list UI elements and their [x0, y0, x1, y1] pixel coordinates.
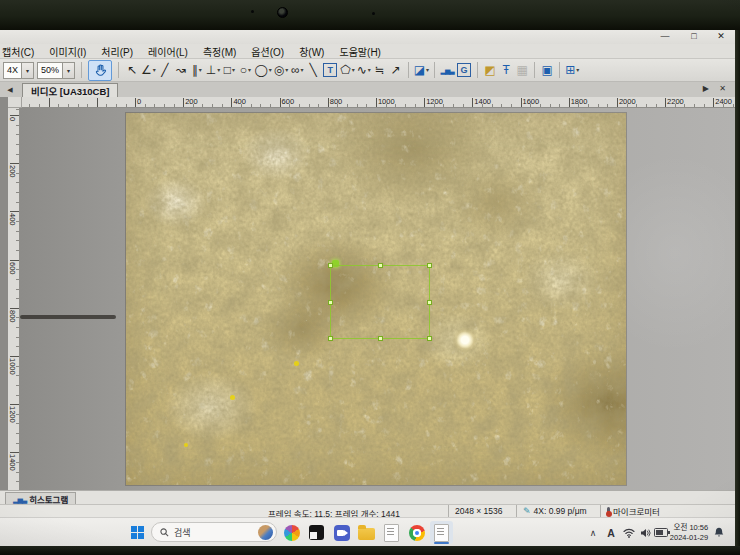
polyline-arrow-tool[interactable]: ↝: [174, 61, 188, 79]
menu-measure[interactable]: 측정(M): [203, 44, 236, 59]
file-explorer-icon[interactable]: [355, 521, 378, 544]
pan-hand-tool[interactable]: [88, 60, 112, 81]
menu-help[interactable]: 도움말(H): [339, 44, 380, 59]
calibration-tool[interactable]: Ŧ: [499, 61, 513, 79]
region-select-tool[interactable]: ◪: [414, 61, 429, 79]
workspace: 0200400600800100012001400160018002000220…: [0, 97, 735, 490]
parallel-measure-tool[interactable]: ≒: [373, 61, 387, 79]
app-window: — □ ✕ 캡처(C)이미지(I)처리(P)레이어(L)측정(M)옵션(O)창(…: [0, 30, 735, 546]
ruler-corner: [8, 97, 22, 108]
selection-handle[interactable]: [328, 300, 333, 305]
linked-circles-tool[interactable]: ∞: [290, 61, 304, 79]
histogram-tool[interactable]: ▂▅▃: [440, 61, 454, 79]
tab-scroll-left-button[interactable]: ◀: [3, 84, 17, 95]
volume-icon[interactable]: [638, 518, 652, 547]
notification-bell-icon[interactable]: [712, 518, 726, 547]
ruler-tick-label: 1000: [376, 97, 424, 106]
left-gutter: [0, 97, 8, 490]
tab-scroll-right-button[interactable]: ▶: [703, 84, 709, 93]
menu-capture[interactable]: 캡처(C): [2, 44, 34, 59]
title-bar: — □ ✕: [0, 30, 735, 44]
text-tool[interactable]: T: [323, 63, 337, 77]
selection-handle[interactable]: [378, 336, 383, 341]
restore-button[interactable]: □: [686, 31, 702, 41]
box-view-tool[interactable]: ▣: [540, 61, 554, 79]
angle-tool[interactable]: ∠: [141, 61, 156, 79]
wifi-icon[interactable]: [622, 518, 636, 547]
polygon-tool[interactable]: ⬠: [340, 61, 354, 79]
tab-close-button[interactable]: ✕: [719, 84, 726, 93]
line-tool[interactable]: ╱: [158, 61, 172, 79]
arrow-tool[interactable]: ↗: [389, 61, 403, 79]
zoom-select[interactable]: 50% ▾: [37, 62, 75, 79]
pointer-tool[interactable]: ↖: [125, 61, 139, 79]
toolbar-separator: [559, 62, 560, 78]
selection-handle[interactable]: [427, 336, 432, 341]
notepad-icon[interactable]: [380, 521, 403, 544]
grayscale-tool[interactable]: G: [457, 63, 471, 77]
ruler-tick-label: 200: [8, 163, 17, 211]
live-microscope-image[interactable]: [126, 113, 626, 485]
thermometer-icon: [607, 507, 610, 515]
perpendicular-tool[interactable]: ⊥: [206, 61, 220, 79]
menu-process[interactable]: 처리(P): [101, 44, 133, 59]
ruler-tick-label: 1400: [472, 97, 520, 106]
clock[interactable]: 오전 10:562024-01-29: [668, 518, 710, 547]
pencil-icon: ✎: [523, 506, 531, 516]
ruler-tick-label: 400: [231, 97, 279, 106]
ime-indicator[interactable]: A: [604, 518, 618, 547]
ellipse-tool[interactable]: ○: [238, 61, 252, 79]
selection-handle[interactable]: [378, 263, 383, 268]
ruler-tick-label: 0: [135, 97, 183, 106]
toolbar-separator: [408, 62, 409, 78]
selection-handle[interactable]: [328, 263, 333, 268]
ruler-tick-label: 2000: [617, 97, 665, 106]
objective-select[interactable]: 4X ▾: [3, 62, 34, 79]
selection-handle[interactable]: [328, 336, 333, 341]
photos-icon[interactable]: [280, 521, 303, 544]
menu-options[interactable]: 옵션(O): [251, 44, 284, 59]
bottom-panel-bar: ▂▅▃ 히스토그램: [0, 490, 735, 504]
histogram-icon: ▂▅▃: [13, 496, 26, 503]
tray-expand-chevron[interactable]: ∧: [586, 518, 600, 547]
calibration-status: ✎ 4X: 0.99 p/μm: [516, 505, 600, 517]
image-canvas[interactable]: [20, 108, 735, 490]
minimize-button[interactable]: —: [657, 31, 673, 41]
circle-tool[interactable]: ◯: [254, 61, 271, 79]
curve-tool[interactable]: ∿: [357, 61, 371, 79]
active-document-icon[interactable]: [430, 521, 453, 544]
unit-status: 마이크로미터: [600, 505, 700, 517]
video-chat-icon[interactable]: [330, 521, 353, 544]
menu-window[interactable]: 창(W): [299, 44, 324, 59]
chevron-down-icon: ▾: [62, 63, 74, 78]
selection-handle[interactable]: [427, 263, 432, 268]
backslash-line-tool[interactable]: ╲: [306, 61, 320, 79]
toolbar-separator: [434, 62, 435, 78]
windows-start-button[interactable]: [131, 526, 144, 539]
grid-tool[interactable]: ▦: [515, 61, 529, 79]
toolbar-separator: [534, 62, 535, 78]
ruler-tick-label: 2200: [665, 97, 713, 106]
chrome-icon[interactable]: [405, 521, 428, 544]
flag-tool[interactable]: ◩: [483, 61, 497, 79]
close-button[interactable]: ✕: [713, 31, 729, 41]
toolbar-separator: [477, 62, 478, 78]
measurement-selection-rectangle[interactable]: [330, 265, 430, 339]
debris-speck: [294, 361, 299, 366]
tray-date: 2024-01-29: [670, 533, 708, 542]
battery-icon[interactable]: [653, 518, 669, 547]
ruler-tick-label: 1600: [521, 97, 569, 106]
ruler-tick-label: 1800: [569, 97, 617, 106]
parallel-lines-tool[interactable]: ∥: [190, 61, 204, 79]
selection-handle[interactable]: [427, 300, 432, 305]
webcam: [277, 7, 288, 18]
taskbar-search-box[interactable]: 검색: [151, 522, 277, 542]
annulus-tool[interactable]: ◎: [274, 61, 289, 79]
capture-app-icon[interactable]: [305, 521, 328, 544]
rectangle-tool[interactable]: □: [222, 61, 236, 79]
menu-layer[interactable]: 레이어(L): [148, 44, 188, 59]
tab-video-ua310cb[interactable]: 비디오 [UA310CB]: [22, 83, 118, 97]
export-tool[interactable]: ⊞: [565, 61, 579, 79]
menu-image[interactable]: 이미지(I): [49, 44, 86, 59]
tool-group: ↖∠╱↝∥⊥□○◯◎∞╲T⬠∿≒↗◪▂▅▃G◩Ŧ▦▣⊞: [125, 61, 579, 79]
